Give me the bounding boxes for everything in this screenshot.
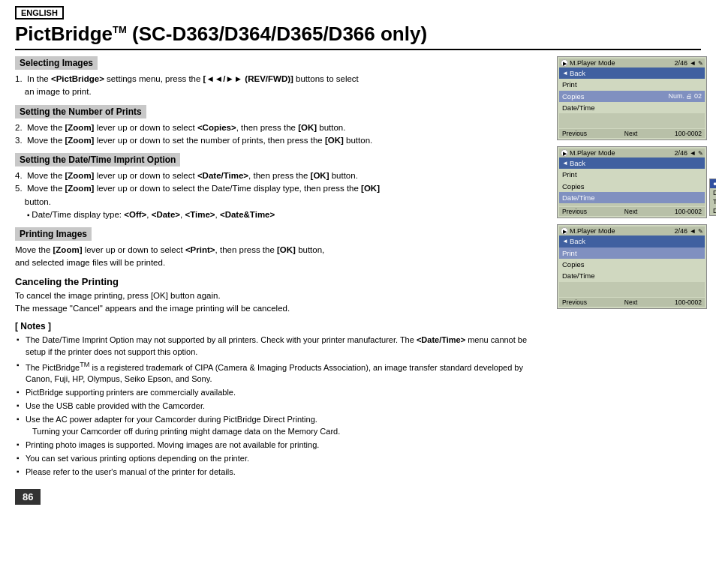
counter-3: 2/46 ◄ ✎: [675, 227, 703, 235]
submenu-time: Time: [710, 197, 716, 206]
page-title: PictBridgeTM (SC-D363/D364/D365/D366 onl…: [15, 22, 701, 46]
lcd-screen-1: ▶ M.Player Mode 2/46 ◄ ✎ ◄Back Print Cop…: [557, 56, 707, 140]
section-header-number: Setting the Number of Prints: [15, 105, 146, 118]
lcd-row-copies-3: Copies: [559, 259, 705, 270]
lcd-spacer-1: [559, 113, 705, 128]
lcd-display-3: ▶ M.Player Mode 2/46 ◄ ✎ ◄Back Print Cop…: [557, 224, 707, 308]
note-item: Please refer to the user's manual of the…: [15, 466, 542, 478]
lcd-topbar-3: ▶ M.Player Mode 2/46 ◄ ✎: [559, 226, 705, 236]
page-number-area: 86: [15, 484, 542, 505]
lcd-topbar-2: ▶ M.Player Mode 2/46 ◄ ✎: [559, 148, 705, 158]
section-body-canceling: To cancel the image printing, press [OK]…: [15, 290, 542, 316]
note-item: The Date/Time Imprint Option may not sup…: [15, 334, 542, 358]
lcd-prev-3: Previous: [562, 298, 587, 306]
section-header-printing: Printing Images: [15, 227, 92, 241]
lcd-row-datetime-1: Date/Time: [559, 102, 705, 113]
left-content: Selecting Images 1. In the <PictBridge> …: [0, 50, 551, 588]
lcd-row-print-2: Print: [559, 169, 705, 180]
lcd-code-3: 100-0002: [675, 298, 702, 306]
section-header-selecting: Selecting Images: [15, 56, 98, 70]
arrow-icon-3: ◄: [562, 237, 568, 245]
page-number: 86: [15, 489, 41, 505]
lcd-next-2: Next: [624, 208, 637, 215]
notes-title: [ Notes ]: [15, 321, 542, 332]
lcd-icons-3: ▶ M.Player Mode: [561, 227, 615, 235]
right-content: ▶ M.Player Mode 2/46 ◄ ✎ ◄Back Print Cop…: [551, 50, 716, 588]
mode-label-2: M.Player Mode: [570, 149, 615, 157]
lcd-screen-2: ▶ M.Player Mode 2/46 ◄ ✎ ◄Back Print Cop…: [557, 146, 707, 218]
arrow-icon-2: ◄: [562, 159, 568, 167]
lcd-row-print-1: Print: [559, 79, 705, 90]
note-item: Use the USB cable provided with the Camc…: [15, 400, 542, 412]
section-body-number: 2. Move the [Zoom] lever up or down to s…: [15, 122, 542, 148]
section-datetime: Setting the Date/Time Imprint Option 4. …: [15, 153, 542, 221]
lcd-screen-3: ▶ M.Player Mode 2/46 ◄ ✎ ◄Back Print Cop…: [557, 224, 707, 308]
lcd-row-copies-2: Copies: [559, 181, 705, 192]
datetime-sublist-item: Date/Time display type: <Off>, <Date>, <…: [27, 208, 542, 221]
notes-list: The Date/Time Imprint Option may not sup…: [15, 334, 542, 478]
lcd-row-back-1: ◄Back: [559, 68, 705, 79]
lcd-bottom-2: Previous Next 100-0002: [559, 207, 705, 216]
lcd-submenu-2: ●Off Date Time Date&Time: [709, 178, 716, 216]
section-body-selecting: 1. In the <PictBridge> settings menu, pr…: [15, 73, 542, 99]
lcd-display-2: ▶ M.Player Mode 2/46 ◄ ✎ ◄Back Print Cop…: [557, 146, 707, 218]
lcd-spacer-3: [559, 282, 705, 297]
mode-label-1: M.Player Mode: [570, 59, 615, 67]
section-body-datetime: 4. Move the [Zoom] lever up or down to s…: [15, 170, 542, 221]
language-badge: ENGLISH: [15, 6, 64, 20]
section-number-prints: Setting the Number of Prints 2. Move the…: [15, 105, 542, 148]
note-item: Use the AC power adapter for your Camcor…: [15, 414, 542, 438]
lcd-row-datetime-2: Date/Time: [559, 192, 705, 203]
lcd-prev-1: Previous: [562, 130, 587, 137]
note-item: PictBridge supporting printers are comme…: [15, 387, 542, 399]
arrow-icon-1: ◄: [562, 69, 568, 77]
play-icon-3: ▶: [561, 227, 568, 235]
section-body-printing: Move the [Zoom] lever up or down to sele…: [15, 244, 542, 270]
top-bar: ENGLISH: [0, 0, 716, 21]
lcd-topbar-1: ▶ M.Player Mode 2/46 ◄ ✎: [559, 58, 705, 68]
lcd-row-back-2: ◄Back: [559, 158, 705, 169]
lcd-display-1: ▶ M.Player Mode 2/46 ◄ ✎ ◄Back Print Cop…: [557, 56, 707, 140]
submenu-date: Date: [710, 188, 716, 197]
lcd-bottom-1: Previous Next 100-0002: [559, 129, 705, 138]
title-suffix: (SC-D363/D364/D365/D366 only): [127, 22, 427, 45]
notes-section: [ Notes ] The Date/Time Imprint Option m…: [15, 321, 542, 478]
lcd-row-datetime-3: Date/Time: [559, 270, 705, 281]
lcd-code-2: 100-0002: [675, 208, 702, 215]
lcd-code-1: 100-0002: [675, 130, 702, 137]
content-area: Selecting Images 1. In the <PictBridge> …: [0, 50, 716, 588]
lcd-row-back-3: ◄Back: [559, 236, 705, 247]
section-canceling: Canceling the Printing To cancel the ima…: [15, 276, 542, 316]
note-item: The PictBridgeTM is a registered tradema…: [15, 360, 542, 386]
note-item: You can set various printing options dep…: [15, 453, 542, 465]
datetime-sublist: Date/Time display type: <Off>, <Date>, <…: [15, 208, 542, 221]
lcd-row-copies-1: Copies Num. 🖨 02: [559, 91, 705, 102]
section-title-canceling: Canceling the Printing: [15, 276, 542, 287]
lcd-icons-2: ▶ M.Player Mode: [561, 149, 615, 157]
lcd-next-1: Next: [624, 130, 637, 137]
title-text: PictBridge: [15, 22, 113, 45]
lcd-spacer-2: [559, 203, 705, 206]
play-icon-2: ▶: [561, 149, 568, 157]
lcd-row-print-3: Print: [559, 248, 705, 259]
title-superscript: TM: [113, 24, 127, 35]
play-icon-1: ▶: [561, 59, 568, 67]
lcd-prev-2: Previous: [562, 208, 587, 215]
mode-label-3: M.Player Mode: [570, 227, 615, 235]
lcd-bottom-3: Previous Next 100-0002: [559, 298, 705, 307]
page: ENGLISH PictBridgeTM (SC-D363/D364/D365/…: [0, 0, 716, 588]
section-selecting-images: Selecting Images 1. In the <PictBridge> …: [15, 56, 542, 99]
note-item: Printing photo images is supported. Movi…: [15, 440, 542, 452]
counter-1: 2/46 ◄ ✎: [675, 59, 703, 67]
lcd-next-3: Next: [624, 298, 637, 306]
copies-value: Num. 🖨 02: [668, 92, 702, 101]
lcd-icons-1: ▶ M.Player Mode: [561, 59, 615, 67]
section-printing: Printing Images Move the [Zoom] lever up…: [15, 227, 542, 270]
submenu-datetime: Date&Time: [710, 206, 716, 215]
counter-2: 2/46 ◄ ✎: [675, 149, 703, 157]
submenu-off: ●Off: [710, 179, 716, 188]
section-header-datetime: Setting the Date/Time Imprint Option: [15, 153, 180, 166]
title-area: PictBridgeTM (SC-D363/D364/D365/D366 onl…: [0, 21, 716, 49]
